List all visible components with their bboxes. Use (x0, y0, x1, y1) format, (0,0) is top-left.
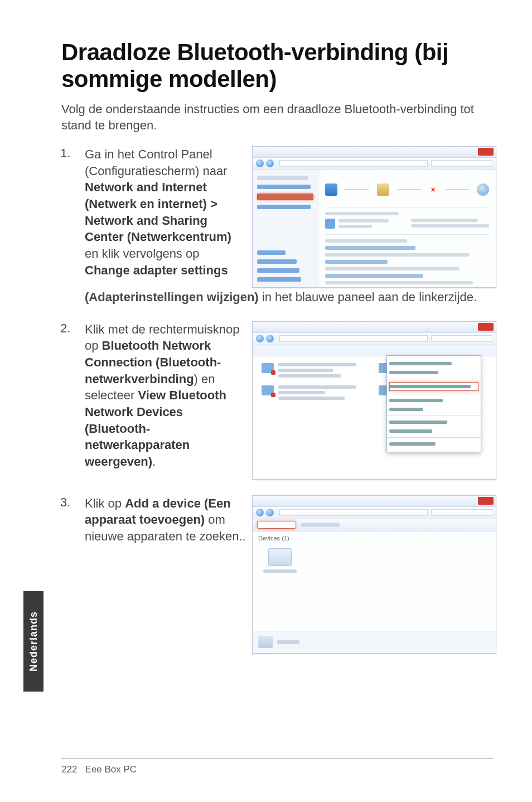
search-input (431, 160, 492, 167)
window-toolbar (253, 507, 496, 519)
text-line (325, 281, 473, 284)
sidebar-link (257, 259, 297, 264)
menu-item (389, 359, 478, 368)
menu-item-view-bluetooth-devices (389, 382, 478, 391)
screenshot-add-device: Devices (1) (252, 495, 496, 654)
text-line (411, 219, 478, 222)
command-bar (253, 519, 496, 532)
add-a-device-button (257, 521, 296, 529)
page-heading: Draadloze Bluetooth-verbinding (bij somm… (61, 39, 493, 93)
menu-separator (387, 416, 481, 416)
adapter-icon (496, 363, 496, 373)
device-icon (268, 548, 292, 566)
step-2-text-e: . (152, 455, 156, 468)
context-menu (386, 355, 481, 452)
menu-item (389, 439, 478, 448)
network-map-row: × (325, 183, 489, 196)
menu-separator (387, 394, 481, 394)
search-input (431, 509, 492, 516)
list-item (262, 363, 356, 378)
menu-item (389, 368, 478, 377)
text-line (338, 219, 389, 223)
adapter-icon (262, 385, 274, 395)
language-tab: Nederlands (23, 591, 43, 692)
forward-icon (266, 335, 274, 342)
device-item (260, 548, 299, 573)
step-3-text-a: Klik op (85, 496, 125, 510)
sidebar-item (257, 205, 311, 209)
step-1-bold-2-part2: (Adapterinstellingen wijzigen) (85, 290, 259, 304)
step-2: Klik met de rechtermuisknop op Bluetooth… (61, 321, 493, 480)
link-line (325, 274, 423, 278)
screenshot-network-connections (252, 321, 496, 480)
text-line (325, 212, 399, 215)
window-toolbar (253, 333, 496, 345)
forward-icon (266, 509, 274, 516)
sidebar (253, 170, 318, 287)
list-item (496, 363, 496, 378)
text-line (338, 225, 372, 228)
menu-item (389, 405, 478, 414)
devices-section-header: Devices (1) (253, 532, 496, 545)
menu-separator (387, 437, 481, 438)
window-titlebar (253, 496, 496, 507)
text-line (325, 267, 460, 270)
window-titlebar (253, 322, 496, 333)
close-icon (478, 148, 494, 156)
back-icon (256, 335, 264, 342)
menu-separator (387, 379, 481, 379)
details-text (277, 640, 299, 644)
breadcrumb-bar (279, 160, 428, 167)
change-settings-block (325, 234, 489, 288)
breadcrumb-bar (279, 509, 428, 516)
sidebar-item (257, 176, 308, 180)
house-icon (377, 183, 389, 196)
text-line (411, 224, 489, 228)
text-line (325, 239, 407, 243)
forward-icon (266, 160, 274, 167)
search-input (431, 335, 492, 342)
window-toolbar (253, 158, 496, 170)
details-icon (258, 636, 273, 648)
footer-page-number: 222 (61, 764, 77, 775)
sidebar-link (257, 277, 301, 282)
footer-product: Eee Box PC (85, 764, 137, 775)
step-1-bold-2-part1: Change adapter settings (85, 263, 228, 277)
step-3: Klik op Add a device (Een apparaat toevo… (61, 495, 493, 654)
language-tab-label: Nederlands (28, 611, 40, 671)
step-1: Ga in het Control Panel (Configuratiesch… (61, 146, 493, 306)
step-1-text-a: Ga in het Control Panel (Configuratiesch… (85, 147, 228, 178)
breadcrumb-bar (279, 335, 428, 342)
pc-icon (325, 183, 337, 196)
page-footer: 222 Eee Box PC (61, 758, 493, 775)
command-item (301, 523, 340, 527)
back-icon (256, 160, 264, 167)
link-line (325, 260, 388, 264)
text-line (325, 253, 470, 257)
sidebar-link (257, 250, 286, 255)
window-titlebar (253, 147, 496, 158)
details-pane (253, 631, 496, 653)
close-icon (478, 323, 494, 331)
sidebar-change-adapter-settings (257, 194, 313, 200)
screenshot-network-sharing-center: × (252, 146, 496, 288)
active-networks-block (325, 207, 489, 229)
sidebar-item (257, 185, 311, 189)
x-icon: × (429, 186, 437, 194)
step-1-bold-1: Network and Internet (Netwerk en interne… (85, 180, 231, 244)
sidebar-link (257, 268, 299, 273)
menu-item (389, 396, 478, 405)
list-item (262, 385, 356, 400)
close-icon (478, 497, 494, 505)
device-label (263, 569, 297, 573)
adapter-icon (262, 363, 274, 373)
main-pane: × (318, 170, 496, 287)
menu-item (389, 418, 478, 427)
back-icon (256, 509, 264, 516)
network-icon (325, 219, 335, 229)
menu-item (389, 427, 478, 436)
command-bar (253, 345, 496, 356)
intro-paragraph: Volg de onderstaande instructies om een … (61, 101, 493, 134)
step-1-text-e: in het blauwe paneel aan de linkerzijde. (259, 290, 477, 304)
link-line (325, 246, 415, 250)
